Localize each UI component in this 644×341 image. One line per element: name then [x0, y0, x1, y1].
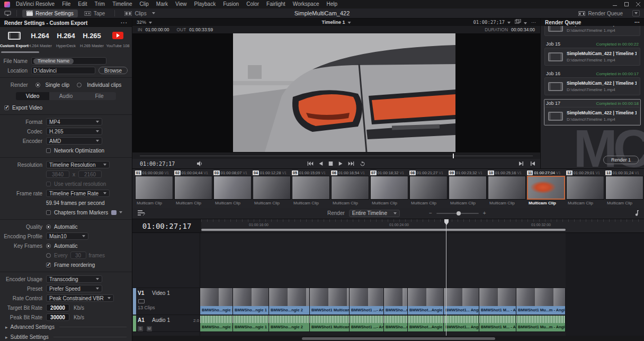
strip-clip-02[interactable]: 0201:00:04;44V1Multicam Clip: [174, 169, 213, 208]
single-clip-radio[interactable]: [35, 83, 40, 87]
subtitle-settings-disclosure[interactable]: ▸Subtitle Settings: [5, 334, 132, 340]
clip-thumbnail[interactable]: [292, 176, 330, 200]
clip-thumbnail[interactable]: [331, 176, 369, 200]
audio-waveform-note-icon[interactable]: [634, 210, 639, 216]
use-vertical-resolution-checkbox[interactable]: [46, 182, 51, 186]
advanced-settings-disclosure[interactable]: ▸Advanced Settings: [5, 324, 132, 330]
viewer-timeline-dropdown[interactable]: Timeline 1: [322, 20, 351, 25]
encoder-dropdown[interactable]: AMD: [46, 137, 102, 145]
menu-item-help[interactable]: Help: [323, 0, 341, 8]
panel-collapse-button[interactable]: [632, 10, 640, 16]
rate-control-dropdown[interactable]: Peak Constrained VBR: [46, 294, 114, 302]
key-frames-automatic-radio[interactable]: [46, 244, 51, 248]
timeline-name-token[interactable]: Timeline Name: [33, 58, 74, 64]
strip-clip-07[interactable]: 0701:00:18;32V1Multicam Clip: [370, 169, 409, 208]
timeline-overview-bar[interactable]: [201, 229, 566, 231]
strip-clip-06[interactable]: 0601:00:16;54V1Multicam Clip: [330, 169, 370, 208]
render-all-button[interactable]: Render 1: [603, 156, 639, 164]
menu-item-fusion[interactable]: Fusion: [219, 0, 243, 8]
timeline-video-clip[interactable]: BMWSho...ngle 1: [384, 288, 408, 315]
preset-youtube-108[interactable]: YouTube 108: [105, 30, 131, 48]
encoding-profile-dropdown[interactable]: Main10: [46, 232, 88, 240]
render-range-dropdown[interactable]: Entire Timeline: [349, 210, 400, 217]
previous-clip-button[interactable]: [308, 161, 314, 166]
clip-thumbnail[interactable]: [370, 176, 408, 200]
preset-custom-export[interactable]: Custom Export: [1, 30, 27, 48]
network-optimization-checkbox[interactable]: [46, 148, 51, 153]
timeline-video-clip[interactable]: BMWSho...ngle 2: [269, 288, 310, 315]
render-job-partial[interactable]: SimpleMultiCam_422 | Timeline 1D:\davinc…: [544, 26, 641, 37]
timeline-view-options-icon[interactable]: [138, 210, 145, 216]
clip-thumbnail[interactable]: [488, 176, 526, 200]
strip-clip-12[interactable]: 1201:00:29;01V1Multicam Clip: [566, 169, 605, 208]
minimize-button[interactable]: [609, 0, 621, 8]
strip-clip-04[interactable]: 0401:00:12;28V1Multicam Clip: [252, 169, 291, 208]
stop-button[interactable]: [329, 161, 333, 166]
resolution-dropdown[interactable]: Timeline Resolution: [46, 161, 110, 168]
zoom-in-icon[interactable]: +: [483, 210, 486, 216]
quality-automatic-radio[interactable]: [46, 225, 51, 229]
render-queue-button[interactable]: Render Queue: [574, 10, 627, 17]
frame-rate-dropdown[interactable]: Timeline Frame Rate: [46, 190, 110, 197]
clip-thumbnail[interactable]: [605, 176, 643, 200]
preset-h-265-master[interactable]: H.265H.265 Master: [79, 30, 105, 48]
clip-thumbnail[interactable]: [253, 176, 291, 200]
maximize-button[interactable]: [621, 0, 632, 8]
timeline-ruler[interactable]: 01:00:16:0001:00:24:0001:00:32:00: [201, 219, 644, 232]
key-frames-every-field[interactable]: 30: [70, 252, 86, 259]
menu-item-edit[interactable]: Edit: [74, 0, 91, 8]
render-job-job-15[interactable]: Job 15Completed in 00:00:22SimpleMultiCa…: [544, 40, 641, 66]
timeline-video-clip[interactable]: BMWShot1 Mu...m - Angle 1: [516, 288, 566, 315]
timeline-video-clip[interactable]: BMWShot...Angle 2: [408, 288, 444, 315]
clip-thumbnail[interactable]: [527, 176, 565, 200]
timeline-video-clip[interactable]: BMWShot1 ...- Angle 4: [350, 288, 384, 315]
format-dropdown[interactable]: MP4: [46, 118, 102, 125]
solo-button[interactable]: S: [138, 326, 143, 331]
peak-bit-rate-field[interactable]: 30000: [46, 313, 69, 321]
timeline-horizontal-scrollbar[interactable]: [132, 336, 644, 341]
menu-item-workspace[interactable]: Workspace: [289, 0, 323, 8]
export-video-checkbox[interactable]: [4, 105, 9, 110]
close-button[interactable]: [632, 0, 644, 8]
zoom-out-icon[interactable]: −: [429, 210, 432, 216]
timeline-video-clip[interactable]: BMWSho...ngle 1: [233, 288, 269, 315]
clip-thumbnail[interactable]: [174, 176, 212, 200]
tab-file[interactable]: File: [83, 92, 116, 100]
menu-item-color[interactable]: Color: [243, 0, 263, 8]
preset-hyperdeck[interactable]: H.264HyperDeck: [53, 30, 79, 48]
browse-button[interactable]: Browse: [99, 67, 128, 74]
menu-item-playback[interactable]: Playback: [191, 0, 220, 8]
render-queue-options-ellipsis[interactable]: ···: [634, 20, 640, 25]
key-frames-every-radio[interactable]: [46, 253, 51, 258]
timeline-video-clip[interactable]: BMWShot1 Multicam - Angle 3: [310, 288, 350, 315]
timeline-video-clip[interactable]: BMWShot1... Angle 3: [444, 288, 479, 315]
menu-item-fairlight[interactable]: Fairlight: [263, 0, 289, 8]
menu-item-mark[interactable]: Mark: [153, 0, 172, 8]
strip-clip-09[interactable]: 0901:00:23;32V1Multicam Clip: [448, 169, 487, 208]
menu-item-davinci-resolve[interactable]: DaVinci Resolve: [12, 0, 58, 8]
preset-dropdown[interactable]: Prefer Speed: [46, 285, 102, 292]
timeline-audio-clip[interactable]: BMWSho...ngle 2: [269, 316, 310, 331]
viewer-zoom-dropdown[interactable]: 32%: [137, 20, 152, 25]
clip-thumbnail[interactable]: [409, 176, 448, 200]
timeline-playhead-line[interactable]: [446, 219, 446, 336]
render-job-job-16[interactable]: Job 16Completed in 00:00:17SimpleMultiCa…: [544, 69, 641, 96]
menu-item-timeline[interactable]: Timeline: [109, 0, 136, 8]
timeline-audio-clip[interactable]: BMWShot1 ...- Angle 4: [350, 316, 384, 331]
strip-clip-03[interactable]: 0301:00:08;07V1Multicam Clip: [213, 169, 252, 208]
clip-thumbnail[interactable]: [213, 176, 252, 200]
viewer-options-ellipsis[interactable]: ···: [531, 20, 536, 25]
strip-clip-10[interactable]: 1001:00:25;16V1Multicam Clip: [487, 169, 526, 208]
scrub-playhead[interactable]: [453, 154, 454, 158]
file-name-input[interactable]: Timeline Name: [31, 57, 106, 65]
scrollbar-thumb[interactable]: [302, 337, 495, 340]
timeline-audio-clip[interactable]: BMWSho...ngle 1: [233, 316, 269, 331]
step-back-button[interactable]: [319, 161, 323, 166]
encoder-usage-dropdown[interactable]: Transcoding: [46, 275, 102, 283]
menu-item-clip[interactable]: Clip: [136, 0, 153, 8]
resolution-height-field[interactable]: 2160: [78, 170, 102, 178]
menu-item-view[interactable]: View: [172, 0, 191, 8]
individual-clips-radio[interactable]: [77, 83, 82, 87]
mute-button[interactable]: M: [147, 326, 152, 331]
strip-clip-01[interactable]: 0101:00:00;00V1Multicam Clip: [135, 169, 174, 208]
